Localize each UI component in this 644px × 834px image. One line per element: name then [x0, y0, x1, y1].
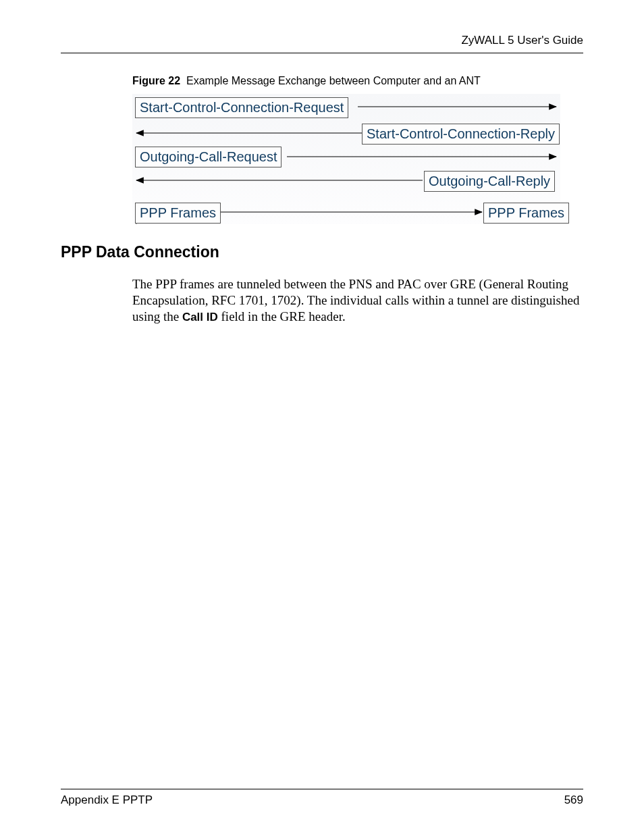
ppp-frames-right-box: PPP Frames [483, 203, 569, 224]
paragraph-post: field in the GRE header. [218, 309, 346, 323]
guide-title: ZyWALL 5 User's Guide [461, 34, 583, 47]
figure-caption: Figure 22 Example Message Exchange betwe… [132, 75, 583, 87]
call-id-term: Call ID [182, 311, 218, 323]
sccr-reply-box: Start-Control-Connection-Reply [362, 124, 560, 145]
message-exchange-diagram: Start-Control-Connection-Request Start-C… [132, 94, 560, 224]
figure-label: Figure 22 [132, 75, 180, 86]
sccr-request-box: Start-Control-Connection-Request [135, 97, 348, 118]
footer-appendix: Appendix E PPTP [61, 793, 153, 807]
page-header: ZyWALL 5 User's Guide [61, 34, 583, 53]
section-heading: PPP Data Connection [61, 243, 583, 261]
ocr-request-box: Outgoing-Call-Request [135, 147, 281, 167]
page-footer: Appendix E PPTP 569 [61, 789, 583, 807]
footer-page-number: 569 [564, 793, 583, 807]
figure-caption-text: Example Message Exchange between Compute… [186, 75, 481, 86]
ppp-frames-left-box: PPP Frames [135, 203, 221, 224]
ocr-reply-box: Outgoing-Call-Reply [424, 171, 555, 192]
section-paragraph: The PPP frames are tunneled between the … [132, 276, 583, 324]
